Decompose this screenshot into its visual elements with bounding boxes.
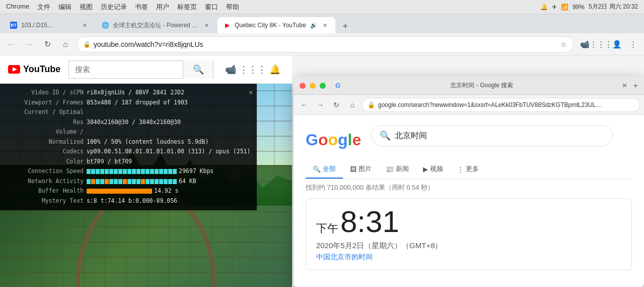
new-tab-button[interactable]: + (338, 19, 352, 33)
google-new-tab-icon[interactable]: + (633, 81, 638, 90)
google-favicon: G (334, 82, 342, 90)
battery-text: 99% (573, 4, 585, 11)
stats-label-normalized: Normalized (6, 137, 87, 147)
menu-file[interactable]: 文件 (37, 3, 50, 12)
search-tab-images[interactable]: 🖼 图片 (343, 160, 379, 179)
stats-label-current: Current / Optimal (6, 107, 87, 118)
menu-chrome[interactable]: Chrome (6, 3, 29, 12)
google-address-bar[interactable]: 🔒 google.com/search?newwindow=1&sxsrf=AL… (362, 98, 640, 112)
google-logo-o2: o (328, 131, 338, 149)
google-logo-g: G (306, 131, 318, 149)
notification-icon: 🔔 (540, 4, 548, 11)
tab-1[interactable]: BT 103./.D15... ✕ (4, 17, 95, 33)
google-reload-button[interactable]: ↻ (330, 98, 343, 111)
window-close-button[interactable] (300, 83, 306, 89)
datetime-display: 5月2日 周六 20:32 (589, 3, 638, 11)
stats-label-buffer: Buffer Health (6, 186, 87, 196)
google-home-button[interactable]: ⌂ (346, 98, 359, 111)
search-tab-images-label: 图片 (359, 164, 372, 174)
more-menu-icon[interactable]: ⋮ (626, 37, 640, 51)
menu-edit[interactable]: 编辑 (58, 3, 71, 12)
back-button[interactable]: ← (4, 37, 18, 51)
menu-user[interactable]: 用户 (156, 3, 169, 12)
menu-window[interactable]: 窗口 (205, 3, 218, 12)
google-search-box[interactable]: 🔍 北京时间 (371, 125, 613, 146)
search-tab-news-label: 新闻 (396, 164, 409, 174)
stats-value-viewport: 853x480 / 187 dropped of 1903 (87, 98, 188, 108)
menu-tabs[interactable]: 标签页 (177, 3, 197, 12)
stats-buffer-bar: 14.92 s (87, 186, 178, 196)
home-button[interactable]: ⌂ (58, 37, 73, 51)
stats-label-color: Color (6, 157, 87, 167)
youtube-search-box[interactable]: 🔍 (68, 61, 213, 79)
youtube-bell-icon[interactable]: 🔔 (266, 61, 284, 79)
search-tab-all[interactable]: 🔍 全部 (306, 160, 343, 179)
google-back-button[interactable]: ← (298, 98, 311, 111)
search-tab-more-label: 更多 (466, 164, 479, 174)
google-search-window: G 北京时间 - Google 搜索 ✕ + ← → ↻ ⌂ 🔒 google.… (294, 77, 644, 287)
stats-value-connspeed: 29697 Kbps (179, 166, 213, 177)
profile-icon[interactable]: 👤 (610, 37, 624, 51)
google-forward-button[interactable]: → (314, 98, 327, 111)
stats-row-network: Network Activity (6, 177, 251, 187)
stats-label-codecs: Codecs (6, 147, 87, 157)
telegram-icon: ✈ (552, 4, 557, 11)
stats-value-res: 3840x2160@30 / 3840x2160@30 (87, 118, 181, 128)
stats-row-color: Color bt709 / bt709 (6, 157, 251, 167)
youtube-search-button[interactable]: 🔍 (183, 61, 213, 79)
stats-row-current: Current / Optimal (6, 107, 251, 118)
system-status: 🔔 ✈ 📶 99% 5月2日 周六 20:32 (540, 3, 638, 11)
system-menu: Chrome 文件 编辑 视图 历史记录 书签 用户 标签页 窗口 帮助 (6, 3, 239, 12)
stats-close-button[interactable]: ✕ (249, 87, 253, 98)
tab-3[interactable]: ▶ Quebec City 8K - YouTube 🔊 ✕ (218, 17, 335, 33)
stats-row-buffer: Buffer Health 14.92 s (6, 186, 251, 196)
tab2-close[interactable]: ✕ (202, 21, 210, 29)
window-maximize-button[interactable] (320, 83, 326, 89)
youtube-grid-icon[interactable]: ⋮⋮⋮ (244, 61, 262, 79)
search-tab-news-icon: 📰 (386, 165, 394, 173)
tab3-audio-icon: 🔊 (310, 22, 317, 29)
search-tab-videos[interactable]: ▶ 视频 (416, 160, 450, 179)
google-lock-icon: 🔒 (368, 101, 375, 108)
stats-label-res: Res (6, 118, 87, 128)
stats-row-res: Res 3840x2160@30 / 3840x2160@30 (6, 118, 251, 128)
google-logo-e: e (352, 131, 361, 149)
tab1-close[interactable]: ✕ (81, 21, 89, 29)
reload-button[interactable]: ↻ (40, 37, 54, 51)
tab2-title: 全球主机交流论坛 - Powered b... (113, 21, 198, 30)
menu-bookmarks[interactable]: 书签 (135, 3, 148, 12)
search-tab-videos-icon: ▶ (423, 165, 428, 173)
video-container: ✕ Video ID / sCPN ri8x8jqnLUs / 8BVF 284… (0, 84, 292, 287)
menu-history[interactable]: 历史记录 (101, 3, 127, 12)
google-tab-close-icon[interactable]: ✕ (622, 82, 627, 89)
window-minimize-button[interactable] (310, 83, 316, 89)
stats-row-volume: Volume / (6, 127, 251, 137)
tab3-close[interactable]: ✕ (321, 21, 329, 29)
stats-value-color: bt709 / bt709 (87, 157, 132, 167)
search-tab-news[interactable]: 📰 新闻 (379, 160, 416, 179)
youtube-header: YouTube 🔍 📹 ⋮⋮⋮ 🔔 (0, 55, 292, 84)
youtube-search-input[interactable] (69, 61, 183, 78)
system-bar: Chrome 文件 编辑 视图 历史记录 书签 用户 标签页 窗口 帮助 🔔 ✈… (0, 0, 644, 14)
menu-help[interactable]: 帮助 (226, 3, 239, 12)
stats-label-viewport: Viewport / Frames (6, 98, 87, 108)
tab-2[interactable]: 🌐 全球主机交流论坛 - Powered b... ✕ (96, 17, 217, 33)
stats-value-videoid: ri8x8jqnLUs / 8BVF 2841 2JD2 (87, 88, 184, 98)
forward-button[interactable]: → (22, 37, 36, 51)
address-bar[interactable]: 🔒 youtube.com/watch?v=ri8x8jqnLUs ☆ (77, 36, 574, 52)
tab3-title: Quebec City 8K - YouTube (235, 22, 306, 29)
stats-label-volume: Volume / (6, 127, 87, 137)
time-location: 中国北京市的时间 (316, 253, 621, 262)
bookmark-star-icon[interactable]: ☆ (560, 40, 567, 48)
google-logo-o1: o (318, 131, 328, 149)
extensions-icon[interactable]: ⋮⋮⋮ (594, 37, 608, 51)
stats-row-codecs: Codecs vp09.00.51.08.01.01.01.01.00 (313… (6, 147, 251, 157)
search-tab-more[interactable]: ⋮ 更多 (450, 160, 486, 179)
menu-view[interactable]: 视图 (80, 3, 93, 12)
time-clock: 8:31 (340, 207, 399, 237)
youtube-logo[interactable]: YouTube (8, 64, 60, 75)
lock-icon: 🔒 (83, 41, 91, 48)
video-stats-overlay: ✕ Video ID / sCPN ri8x8jqnLUs / 8BVF 284… (0, 84, 257, 210)
youtube-camera-icon[interactable]: 📹 (222, 61, 240, 79)
tabs-bar: BT 103./.D15... ✕ 🌐 全球主机交流论坛 - Powered b… (0, 14, 644, 33)
